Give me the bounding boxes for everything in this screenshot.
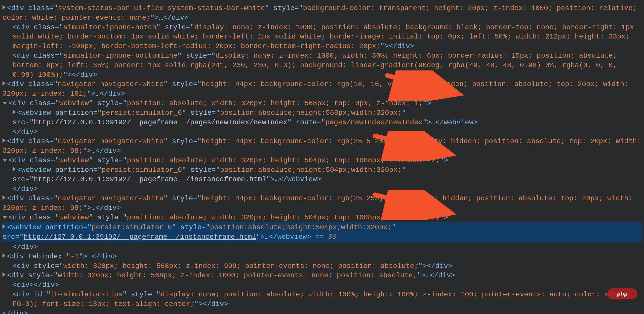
dom-tree-row[interactable]: <div class="simualtor-iphone-bottomline"… [3, 51, 641, 80]
open-bracket: < [13, 23, 17, 31]
attr-value-link[interactable]: http://127.0.0.1:39192/__pageframe__/ins… [24, 233, 256, 241]
attr-value: webview [59, 214, 89, 221]
open-bracket: < [13, 291, 17, 298]
ellipsis[interactable]: … [265, 233, 269, 241]
ellipsis[interactable]: … [91, 204, 96, 212]
ellipsis[interactable]: … [426, 271, 430, 279]
ellipsis[interactable]: … [159, 14, 163, 22]
expand-caret-icon[interactable] [3, 224, 6, 229]
attr-name: style [28, 271, 49, 279]
tag-name: div [11, 4, 24, 12]
expand-caret-icon[interactable] [3, 102, 7, 105]
expand-caret-icon[interactable] [3, 253, 6, 258]
expand-caret-icon[interactable] [13, 167, 16, 171]
dom-tree-row[interactable]: <div class="navigator navigator-white" s… [3, 194, 641, 213]
attr-value: persist:simulator_0 [92, 223, 172, 231]
expand-caret-icon[interactable] [13, 110, 16, 114]
dom-tree-row[interactable]: <webview partition="persist:simulator_0"… [2, 222, 642, 242]
dom-tree-row[interactable]: <webview partition="persist:simulator_0"… [3, 108, 641, 127]
open-bracket: < [9, 214, 13, 221]
dom-tree-row[interactable]: </div> [3, 127, 641, 137]
attr-name: style [172, 137, 193, 145]
watermark-text: php [617, 290, 628, 298]
expand-caret-icon[interactable] [3, 159, 7, 162]
open-bracket: < [7, 137, 11, 145]
attr-name: class [28, 4, 49, 12]
attr-value: width: 320px; height: 568px; z-index: 99… [63, 262, 418, 270]
dom-tree-row[interactable]: <div class="webview" style="position: ab… [3, 213, 641, 222]
dom-tree-row[interactable]: </div> [3, 184, 641, 194]
attr-name: class [28, 194, 49, 202]
expand-caret-icon[interactable] [3, 5, 6, 10]
expand-caret-icon[interactable] [3, 216, 7, 219]
dom-tree-row[interactable]: <div id="ib-simulator-tips" style="displ… [3, 290, 641, 309]
tag-name: div [17, 281, 29, 289]
open-bracket: < [7, 80, 11, 88]
ellipsis[interactable]: … [87, 253, 92, 260]
dom-tree-row[interactable]: <div class="webview" style="position: ab… [3, 99, 641, 108]
attr-name: style [190, 109, 212, 117]
attr-name: partition [45, 223, 83, 231]
attr-name: class [28, 137, 49, 145]
closing-tag: </ [13, 185, 21, 193]
attr-value: navigator navigator-white [58, 80, 164, 88]
closing-tag: </ [13, 243, 21, 251]
selection-indicator: == $0 [311, 233, 337, 241]
devtools-elements-panel[interactable]: <div class="system-status-bar ui-flex sy… [0, 0, 644, 314]
dom-tree-row[interactable]: <webview partition="persist:simulator_0"… [3, 165, 641, 184]
attr-name: style [172, 194, 193, 202]
tag-name: webview [21, 166, 51, 174]
ellipsis[interactable]: … [431, 119, 435, 126]
attr-name: class [30, 156, 51, 164]
dom-tree-row[interactable]: <div class="navigator navigator-white" s… [3, 80, 641, 99]
open-bracket: < [9, 156, 13, 164]
open-bracket: < [7, 4, 11, 12]
tag-name: div [13, 99, 25, 107]
attr-value: webview [59, 156, 89, 164]
attr-name: style [97, 214, 118, 221]
php-watermark-badge: php [607, 288, 637, 299]
attr-value: webview [59, 99, 89, 107]
expand-caret-icon[interactable] [3, 195, 6, 200]
attr-name: class [28, 80, 49, 88]
expand-caret-icon[interactable] [3, 81, 6, 86]
attr-name: style [190, 166, 212, 174]
dom-tree-row[interactable]: <div class="simualtor-iphone-notch" styl… [3, 23, 641, 51]
dom-tree-row[interactable]: <div style="width: 320px; height: 568px;… [3, 271, 641, 280]
attr-name: style [165, 23, 186, 31]
expand-caret-icon[interactable] [3, 138, 6, 143]
open-bracket: < [7, 194, 11, 202]
dom-tree-row[interactable]: <div class="system-status-bar ui-flex sy… [3, 4, 641, 23]
attr-name: src [3, 233, 15, 241]
closing-tag: </ [13, 128, 21, 136]
attr-name: style [97, 156, 118, 164]
dom-tree-row[interactable]: </div> [3, 242, 641, 252]
expand-caret-icon[interactable] [3, 272, 6, 277]
tag-name: div [11, 253, 24, 260]
open-bracket: < [7, 271, 11, 279]
dom-tree-row[interactable]: <div class="navigator navigator-white" s… [3, 137, 641, 156]
attr-value-link[interactable]: http://127.0.0.1:39192/__pageframe__/ins… [34, 175, 266, 183]
attr-name: style [97, 99, 118, 107]
attr-name: style [131, 291, 152, 298]
open-bracket: < [17, 109, 21, 117]
attr-value: simualtor-iphone-bottomline [63, 52, 178, 60]
attr-value: navigator navigator-white [58, 137, 164, 145]
dom-tree-row[interactable]: <div style="width: 320px; height: 568px;… [3, 261, 641, 271]
dom-tree-row[interactable]: <div class="webview" style="position: ab… [3, 156, 641, 165]
attr-value: navigator navigator-white [58, 194, 164, 202]
ellipsis[interactable]: … [91, 147, 96, 155]
dom-tree-row[interactable]: </div> [3, 309, 641, 314]
attr-value-link[interactable]: http://127.0.0.1:39192/__pageframe__/pag… [34, 119, 287, 126]
open-bracket: < [13, 281, 17, 289]
dom-tree-row[interactable]: <div></div> [3, 280, 641, 290]
attr-name: style [172, 80, 193, 88]
tag-name: div [17, 23, 29, 31]
dom-tree-row[interactable]: <div tabindex="-1">…</div> [3, 252, 641, 261]
ellipsis[interactable]: … [96, 90, 100, 98]
attr-name: style [180, 223, 202, 231]
ellipsis[interactable]: … [275, 175, 279, 183]
attr-name: partition [55, 109, 93, 117]
attr-value: width: 320px; height: 568px; z-index: 10… [58, 271, 417, 279]
attr-value: position: absolute; width: 320px; height… [127, 214, 440, 221]
